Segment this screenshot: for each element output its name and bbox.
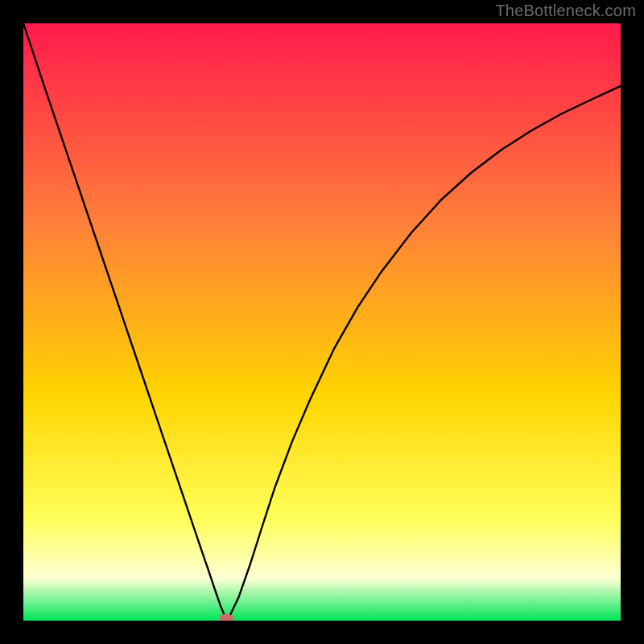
gradient-background — [23, 23, 621, 621]
attribution-text: TheBottleneck.com — [495, 2, 636, 20]
bottleneck-chart — [23, 23, 621, 621]
plot-area — [23, 23, 621, 621]
chart-frame: TheBottleneck.com — [0, 0, 644, 644]
